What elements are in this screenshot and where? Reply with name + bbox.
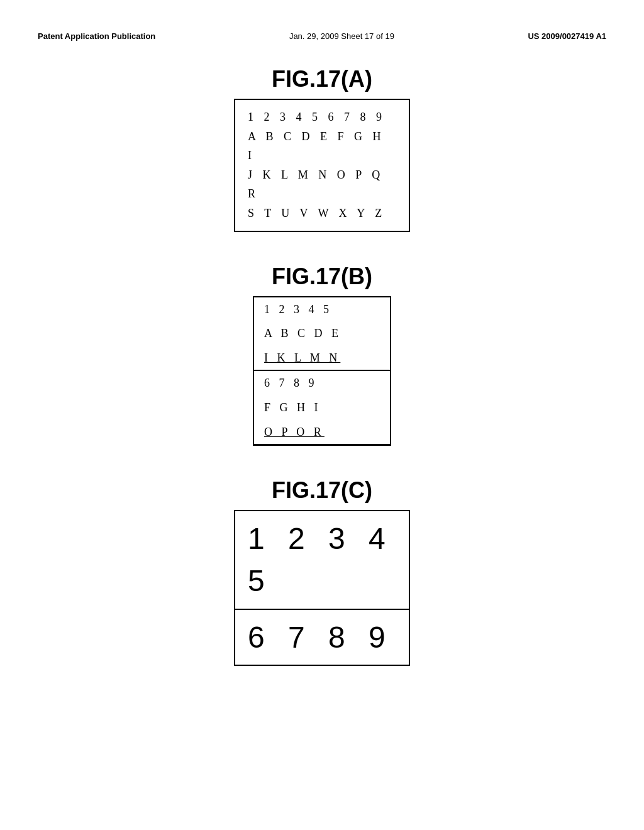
- fig-c-row-2: 6 7 8 9: [235, 610, 409, 665]
- fig-b-row-4: 6 7 8 9: [254, 371, 390, 396]
- fig-b-row-2: A B C D E: [254, 321, 390, 346]
- fig-b-row-1: 1 2 3 4 5: [254, 297, 390, 322]
- fig-c-row-1: 1 2 3 4 5: [235, 511, 409, 609]
- fig-a-row-2: A B C D E F G H I: [248, 127, 396, 165]
- fig-c-title: FIG.17(C): [272, 477, 372, 504]
- fig-b-title: FIG.17(B): [272, 263, 372, 290]
- fig-a-row-1: 1 2 3 4 5 6 7 8 9: [248, 108, 396, 127]
- fig-b-row-5: F G H I: [254, 396, 390, 420]
- header-center-label: Jan. 29, 2009 Sheet 17 of 19: [289, 31, 394, 41]
- fig-b-box: 1 2 3 4 5 A B C D E I K L M N 6 7 8 9 F …: [253, 296, 391, 446]
- fig-a-row-4: S T U V W X Y Z: [248, 204, 396, 223]
- fig-a-row-3: J K L M N O P Q R: [248, 165, 396, 204]
- fig-b-row-3: I K L M N: [254, 346, 390, 372]
- page: Patent Application Publication Jan. 29, …: [0, 0, 644, 830]
- fig-c-box: 1 2 3 4 5 6 7 8 9: [234, 510, 410, 666]
- content-area: FIG.17(A) 1 2 3 4 5 6 7 8 9 A B C D E F …: [38, 66, 606, 666]
- figure-b-container: FIG.17(B) 1 2 3 4 5 A B C D E I K L M N …: [253, 263, 391, 446]
- fig-b-row-6: O P O R: [254, 420, 390, 445]
- fig-a-title: FIG.17(A): [272, 66, 372, 92]
- header: Patent Application Publication Jan. 29, …: [38, 31, 606, 41]
- fig-a-box: 1 2 3 4 5 6 7 8 9 A B C D E F G H I J K …: [234, 99, 410, 232]
- figure-c-container: FIG.17(C) 1 2 3 4 5 6 7 8 9: [234, 477, 410, 666]
- header-left-label: Patent Application Publication: [38, 31, 155, 41]
- figure-a-container: FIG.17(A) 1 2 3 4 5 6 7 8 9 A B C D E F …: [234, 66, 410, 232]
- header-right-label: US 2009/0027419 A1: [528, 31, 606, 41]
